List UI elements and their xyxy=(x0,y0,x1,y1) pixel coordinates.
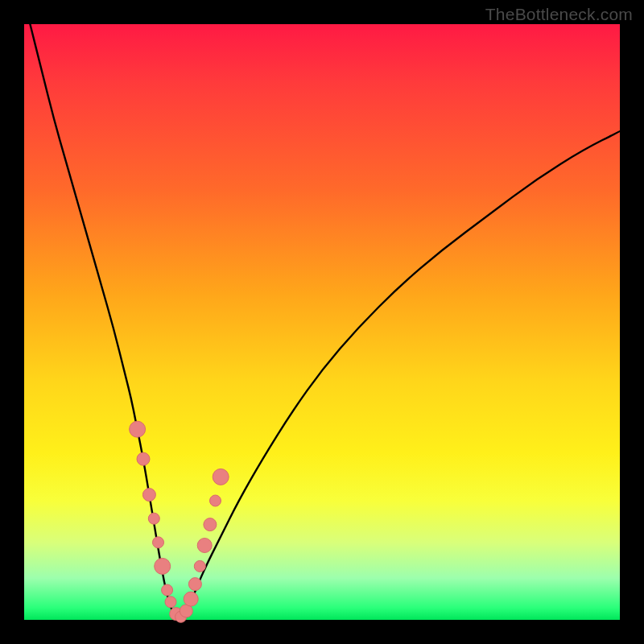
highlight-dot xyxy=(184,592,198,606)
highlight-dot xyxy=(155,558,171,574)
chart-frame: TheBottleneck.com xyxy=(0,0,644,644)
highlight-dot xyxy=(165,597,176,608)
highlight-dot xyxy=(142,489,155,502)
bottleneck-curve xyxy=(30,24,620,618)
highlight-dot xyxy=(210,495,221,506)
highlight-dot xyxy=(213,469,229,485)
bottleneck-chart-svg xyxy=(24,24,620,620)
highlight-dot xyxy=(204,518,217,531)
highlight-dot xyxy=(194,560,205,572)
highlight-dot xyxy=(137,452,150,465)
highlight-dot xyxy=(153,537,164,548)
highlight-dot xyxy=(162,584,173,596)
highlight-dot xyxy=(188,578,201,591)
plot-area xyxy=(24,24,620,620)
highlight-dot xyxy=(148,513,159,524)
watermark-text: TheBottleneck.com xyxy=(485,5,633,24)
highlight-dot xyxy=(130,421,146,437)
highlight-dot xyxy=(197,539,212,553)
highlight-dots-group xyxy=(130,421,229,622)
